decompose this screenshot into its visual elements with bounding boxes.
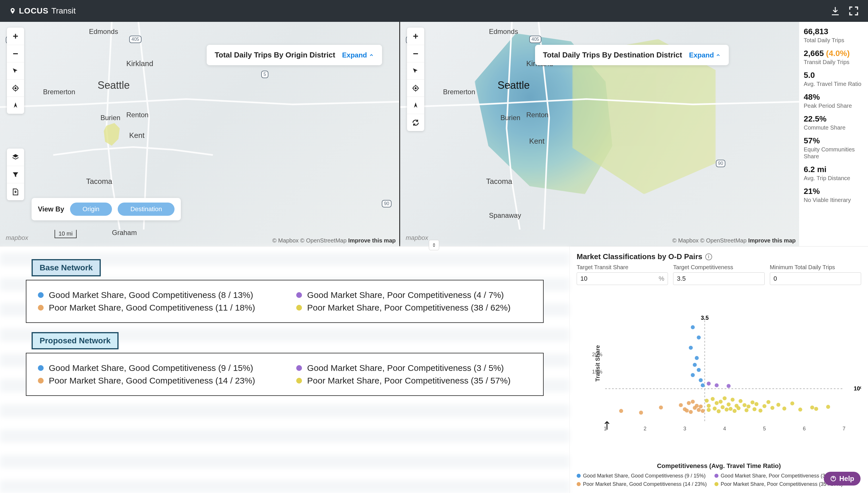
svg-point-2 [15, 87, 16, 89]
svg-point-35 [685, 409, 689, 412]
svg-point-30 [619, 409, 623, 413]
locate-button[interactable] [7, 79, 24, 97]
svg-point-58 [732, 409, 736, 413]
scale-bar-left: 10 mi [54, 230, 77, 238]
zoom-out-button-r[interactable] [407, 45, 424, 62]
input-min-trips: Minimum Total Daily Trips 0 [770, 264, 861, 285]
zoom-in-button[interactable] [7, 27, 24, 45]
topbar-actions [830, 6, 859, 16]
map-tools-right-top [407, 27, 424, 131]
min-trips-field[interactable]: 0 [770, 272, 861, 285]
expand-destination-link[interactable]: Expand [689, 51, 721, 59]
svg-point-22 [693, 363, 697, 367]
mapbox-logo-right: mapbox [406, 234, 428, 242]
stat-noviable: 21%No Viable Itinerary [804, 187, 863, 203]
stat-peak: 48%Peak Period Share [804, 92, 863, 109]
svg-point-29 [727, 384, 731, 388]
market-chart-inputs: Target Transit Share 10% Target Competit… [577, 264, 861, 285]
north-button[interactable] [7, 97, 24, 114]
svg-point-77 [814, 407, 818, 411]
expand-origin-link[interactable]: Expand [342, 51, 374, 59]
svg-point-28 [715, 383, 719, 387]
svg-point-75 [798, 408, 802, 412]
svg-point-64 [747, 405, 751, 409]
input-target-comp: Target Competitiveness 3.5 [673, 264, 764, 285]
stats-column: 66,813Total Daily Trips 2,665 (4.0%)Tran… [799, 22, 868, 246]
select-tool-button-r[interactable] [407, 62, 424, 79]
target-share-field[interactable]: 10% [577, 272, 668, 285]
base-pg: Poor Market Share, Good Competitiveness … [38, 303, 273, 313]
svg-text:6: 6 [803, 426, 806, 431]
map-destination-title: Total Daily Trips By Destination Distric… [543, 50, 682, 60]
view-by-origin-button[interactable]: Origin [70, 202, 112, 216]
locate-button-r[interactable] [407, 79, 424, 97]
market-chart-panel: Market Classifications by O-D Pairs i Ta… [570, 246, 868, 493]
base-network-box: Good Market Share, Good Competitiveness … [26, 280, 544, 323]
svg-point-41 [696, 408, 701, 412]
map-origin-title-card: Total Daily Trips By Origin District Exp… [207, 45, 382, 65]
top-bar: LOCUS Transit [0, 0, 868, 22]
base-gp: Good Market Share, Poor Competitiveness … [296, 290, 532, 300]
svg-text:5: 5 [763, 426, 766, 431]
svg-point-66 [753, 407, 757, 411]
svg-point-44 [705, 399, 709, 403]
svg-point-27 [707, 382, 711, 386]
fullscreen-icon[interactable] [848, 6, 859, 16]
svg-point-71 [770, 406, 774, 410]
scatter-legend: Good Market Share, Good Competitiveness … [577, 473, 861, 487]
improve-map-link-right[interactable]: Improve this map [748, 237, 796, 244]
market-chart-title: Market Classifications by O-D Pairs i [577, 252, 861, 261]
svg-point-62 [743, 403, 747, 407]
brand-thin: Transit [51, 6, 76, 16]
svg-point-32 [659, 405, 663, 409]
svg-point-23 [696, 368, 701, 372]
svg-text:4: 4 [723, 426, 726, 431]
mapbox-logo-left: mapbox [6, 234, 28, 242]
proposed-network-box: Good Market Share, Good Competitiveness … [26, 353, 544, 396]
layers-button[interactable] [7, 149, 24, 166]
legend-gg: Good Market Share, Good Competitiveness … [577, 473, 708, 479]
stat-dist: 6.2 miAvg. Trip Distance [804, 165, 863, 181]
svg-point-48 [713, 407, 717, 410]
x-axis-label: Competitiveness (Avg. Travel Time Ratio) [577, 462, 861, 470]
view-by-destination-button[interactable]: Destination [118, 202, 175, 216]
help-button[interactable]: Help [824, 472, 861, 486]
stat-total-trips: 66,813Total Daily Trips [804, 27, 863, 44]
svg-point-72 [776, 403, 780, 407]
brand: LOCUS Transit [9, 6, 76, 16]
north-button-r[interactable] [407, 97, 424, 114]
svg-point-50 [717, 409, 721, 413]
zoom-in-button-r[interactable] [407, 27, 424, 45]
svg-point-20 [689, 346, 693, 350]
svg-point-57 [731, 398, 734, 402]
info-icon[interactable]: i [705, 253, 712, 260]
stat-ttr: 5.0Avg. Travel Time Ratio [804, 71, 863, 87]
brand-bold: LOCUS [19, 6, 48, 16]
refresh-button-r[interactable] [407, 114, 424, 131]
svg-point-73 [782, 407, 786, 410]
svg-point-53 [723, 396, 727, 400]
map-origin-title: Total Daily Trips By Origin District [215, 50, 335, 60]
filter-button[interactable] [7, 166, 24, 183]
scatter-plot: Transit Share 3.510%15%20%1234567 ↖ [588, 288, 861, 460]
svg-point-65 [751, 401, 755, 405]
export-button[interactable] [7, 183, 24, 200]
map-destination-title-card: Total Daily Trips By Destination Distric… [535, 45, 729, 65]
zoom-out-button[interactable] [7, 45, 24, 62]
map-destination[interactable]: Seattle Kirkland Edmonds Bremerton Burie… [399, 22, 799, 246]
download-icon[interactable] [830, 6, 841, 16]
select-tool-button[interactable] [7, 62, 24, 79]
base-gg: Good Market Share, Good Competitiveness … [38, 290, 273, 300]
map-origin[interactable]: Seattle Kirkland Edmonds Bremerton Burie… [0, 22, 399, 246]
target-comp-field[interactable]: 3.5 [673, 272, 764, 285]
svg-point-40 [694, 404, 699, 408]
improve-map-link-left[interactable]: Improve this map [348, 237, 396, 244]
base-network-tag: Base Network [31, 259, 101, 276]
svg-point-42 [699, 405, 703, 409]
svg-point-26 [701, 383, 705, 387]
map-tools-left-bottom [7, 149, 24, 200]
legend-pg: Poor Market Share, Good Competitiveness … [577, 481, 708, 488]
svg-point-61 [738, 399, 743, 403]
map-divider-grip[interactable] [429, 240, 439, 250]
svg-point-49 [715, 401, 719, 405]
